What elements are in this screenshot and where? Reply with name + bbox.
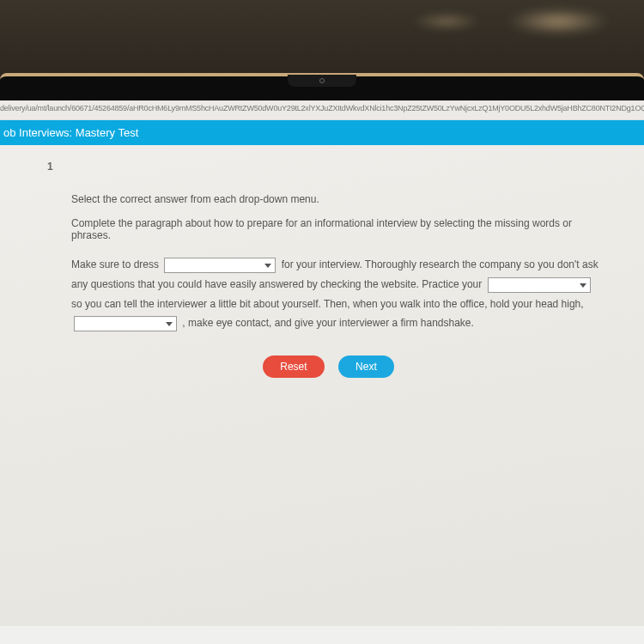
camera-notch bbox=[288, 75, 356, 87]
fill-paragraph: Make sure to dress for your interview. T… bbox=[71, 255, 601, 333]
dropdown-2[interactable] bbox=[488, 277, 591, 293]
screen: delivery/ua/mt/launch/60671/45264859/aHR… bbox=[0, 100, 644, 644]
text-segment: , make eye contact, and give your interv… bbox=[182, 317, 474, 329]
button-row: Reset Next bbox=[47, 355, 610, 378]
reset-button[interactable]: Reset bbox=[263, 355, 324, 378]
question-number: 1 bbox=[47, 161, 610, 173]
text-segment: so you can tell the interviewer a little… bbox=[71, 298, 584, 310]
dropdown-3[interactable] bbox=[74, 316, 177, 331]
text-segment: Make sure to dress bbox=[71, 258, 161, 270]
instruction-text: Select the correct answer from each drop… bbox=[71, 193, 610, 205]
page-title: ob Interviews: Mastery Test bbox=[3, 126, 138, 139]
next-button[interactable]: Next bbox=[338, 355, 394, 378]
laptop-bezel: delivery/ua/mt/launch/60671/45264859/aHR… bbox=[0, 73, 644, 644]
content-area: 1 Select the correct answer from each dr… bbox=[0, 145, 644, 626]
subinstruction-text: Complete the paragraph about how to prep… bbox=[71, 217, 610, 241]
ceiling-light bbox=[412, 13, 481, 30]
dropdown-1[interactable] bbox=[164, 258, 276, 273]
camera-icon bbox=[319, 78, 325, 83]
page-title-bar: ob Interviews: Mastery Test bbox=[0, 120, 644, 145]
url-bar: delivery/ua/mt/launch/60671/45264859/aHR… bbox=[0, 100, 644, 120]
photo-background bbox=[0, 0, 644, 73]
ceiling-light bbox=[507, 9, 610, 34]
